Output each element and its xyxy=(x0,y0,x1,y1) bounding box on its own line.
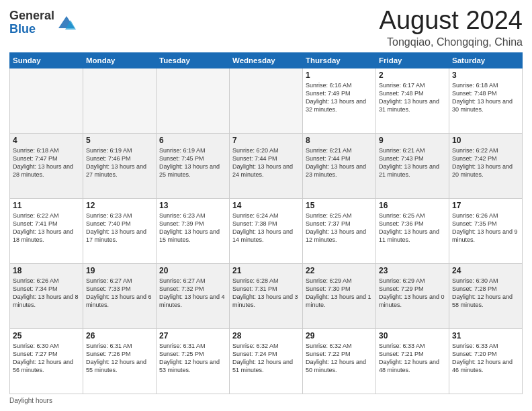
day-number: 7 xyxy=(232,136,300,145)
day-number: 25 xyxy=(13,331,80,340)
day-cell: 29Sunrise: 6:32 AM Sunset: 7:22 PM Dayli… xyxy=(303,328,376,394)
week-row-2: 11Sunrise: 6:22 AM Sunset: 7:41 PM Dayli… xyxy=(10,198,523,263)
day-info: Sunrise: 6:25 AM Sunset: 7:37 PM Dayligh… xyxy=(306,212,373,244)
day-cell: 1Sunrise: 6:16 AM Sunset: 7:49 PM Daylig… xyxy=(303,68,376,133)
day-cell: 28Sunrise: 6:32 AM Sunset: 7:24 PM Dayli… xyxy=(230,328,303,394)
week-row-0: 1Sunrise: 6:16 AM Sunset: 7:49 PM Daylig… xyxy=(10,68,523,133)
day-info: Sunrise: 6:30 AM Sunset: 7:28 PM Dayligh… xyxy=(452,277,519,310)
day-cell: 3Sunrise: 6:18 AM Sunset: 7:48 PM Daylig… xyxy=(449,68,523,133)
day-info: Sunrise: 6:21 AM Sunset: 7:43 PM Dayligh… xyxy=(379,146,446,179)
day-info: Sunrise: 6:26 AM Sunset: 7:34 PM Dayligh… xyxy=(13,277,80,310)
day-info: Sunrise: 6:22 AM Sunset: 7:41 PM Dayligh… xyxy=(13,212,80,244)
day-info: Sunrise: 6:16 AM Sunset: 7:49 PM Dayligh… xyxy=(306,81,373,114)
day-cell xyxy=(83,68,157,133)
day-cell: 16Sunrise: 6:25 AM Sunset: 7:36 PM Dayli… xyxy=(376,198,449,263)
day-cell: 10Sunrise: 6:22 AM Sunset: 7:42 PM Dayli… xyxy=(449,133,523,198)
day-cell: 7Sunrise: 6:20 AM Sunset: 7:44 PM Daylig… xyxy=(230,133,303,198)
location: Tongqiao, Chongqing, China xyxy=(380,36,523,48)
day-cell: 5Sunrise: 6:19 AM Sunset: 7:46 PM Daylig… xyxy=(83,133,157,198)
day-info: Sunrise: 6:26 AM Sunset: 7:35 PM Dayligh… xyxy=(452,212,519,244)
day-cell xyxy=(157,68,230,133)
day-number: 29 xyxy=(306,331,373,340)
page: General Blue August 2024 Tongqiao, Chong… xyxy=(0,0,532,411)
day-cell: 27Sunrise: 6:31 AM Sunset: 7:25 PM Dayli… xyxy=(157,328,230,394)
day-number: 24 xyxy=(452,266,519,275)
day-cell: 20Sunrise: 6:27 AM Sunset: 7:32 PM Dayli… xyxy=(157,263,230,328)
logo-icon xyxy=(57,13,76,32)
day-cell: 14Sunrise: 6:24 AM Sunset: 7:38 PM Dayli… xyxy=(230,198,303,263)
day-info: Sunrise: 6:17 AM Sunset: 7:48 PM Dayligh… xyxy=(379,81,446,114)
col-header-monday: Monday xyxy=(83,52,157,68)
day-cell: 18Sunrise: 6:26 AM Sunset: 7:34 PM Dayli… xyxy=(10,263,83,328)
day-info: Sunrise: 6:31 AM Sunset: 7:25 PM Dayligh… xyxy=(159,342,226,375)
week-row-4: 25Sunrise: 6:30 AM Sunset: 7:27 PM Dayli… xyxy=(10,328,523,394)
day-cell: 6Sunrise: 6:19 AM Sunset: 7:45 PM Daylig… xyxy=(157,133,230,198)
logo: General Blue xyxy=(9,9,76,36)
day-number: 26 xyxy=(86,331,153,340)
day-number: 9 xyxy=(379,136,446,145)
day-cell: 17Sunrise: 6:26 AM Sunset: 7:35 PM Dayli… xyxy=(449,198,523,263)
day-cell: 25Sunrise: 6:30 AM Sunset: 7:27 PM Dayli… xyxy=(10,328,83,394)
day-cell: 24Sunrise: 6:30 AM Sunset: 7:28 PM Dayli… xyxy=(449,263,523,328)
day-info: Sunrise: 6:27 AM Sunset: 7:32 PM Dayligh… xyxy=(159,277,226,310)
day-info: Sunrise: 6:23 AM Sunset: 7:40 PM Dayligh… xyxy=(86,212,153,244)
calendar-table: SundayMondayTuesdayWednesdayThursdayFrid… xyxy=(9,52,523,394)
col-header-tuesday: Tuesday xyxy=(157,52,230,68)
col-header-sunday: Sunday xyxy=(10,52,83,68)
day-number: 18 xyxy=(13,266,80,275)
day-cell: 2Sunrise: 6:17 AM Sunset: 7:48 PM Daylig… xyxy=(376,68,449,133)
day-number: 16 xyxy=(379,201,446,210)
day-info: Sunrise: 6:25 AM Sunset: 7:36 PM Dayligh… xyxy=(379,212,446,244)
day-cell: 8Sunrise: 6:21 AM Sunset: 7:44 PM Daylig… xyxy=(303,133,376,198)
day-number: 13 xyxy=(159,201,226,210)
day-number: 6 xyxy=(159,136,226,145)
day-number: 21 xyxy=(232,266,300,275)
day-info: Sunrise: 6:28 AM Sunset: 7:31 PM Dayligh… xyxy=(232,277,300,310)
col-header-wednesday: Wednesday xyxy=(230,52,303,68)
day-cell: 12Sunrise: 6:23 AM Sunset: 7:40 PM Dayli… xyxy=(83,198,157,263)
day-info: Sunrise: 6:30 AM Sunset: 7:27 PM Dayligh… xyxy=(13,342,80,375)
day-number: 10 xyxy=(452,136,519,145)
day-info: Sunrise: 6:24 AM Sunset: 7:38 PM Dayligh… xyxy=(232,212,300,244)
logo-blue: Blue xyxy=(9,23,54,36)
day-info: Sunrise: 6:32 AM Sunset: 7:24 PM Dayligh… xyxy=(232,342,300,375)
day-cell: 22Sunrise: 6:29 AM Sunset: 7:30 PM Dayli… xyxy=(303,263,376,328)
day-number: 11 xyxy=(13,201,80,210)
day-number: 3 xyxy=(452,71,519,80)
day-info: Sunrise: 6:32 AM Sunset: 7:22 PM Dayligh… xyxy=(306,342,373,375)
day-number: 20 xyxy=(159,266,226,275)
day-cell: 26Sunrise: 6:31 AM Sunset: 7:26 PM Dayli… xyxy=(83,328,157,394)
day-cell: 9Sunrise: 6:21 AM Sunset: 7:43 PM Daylig… xyxy=(376,133,449,198)
day-cell: 21Sunrise: 6:28 AM Sunset: 7:31 PM Dayli… xyxy=(230,263,303,328)
day-number: 12 xyxy=(86,201,153,210)
day-cell: 30Sunrise: 6:33 AM Sunset: 7:21 PM Dayli… xyxy=(376,328,449,394)
header: General Blue August 2024 Tongqiao, Chong… xyxy=(9,7,523,48)
header-row: SundayMondayTuesdayWednesdayThursdayFrid… xyxy=(10,52,523,68)
day-info: Sunrise: 6:21 AM Sunset: 7:44 PM Dayligh… xyxy=(306,146,373,179)
day-info: Sunrise: 6:18 AM Sunset: 7:47 PM Dayligh… xyxy=(13,146,80,179)
day-cell xyxy=(10,68,83,133)
day-number: 8 xyxy=(306,136,373,145)
col-header-thursday: Thursday xyxy=(303,52,376,68)
day-number: 22 xyxy=(306,266,373,275)
day-cell xyxy=(230,68,303,133)
week-row-3: 18Sunrise: 6:26 AM Sunset: 7:34 PM Dayli… xyxy=(10,263,523,328)
day-number: 14 xyxy=(232,201,300,210)
day-info: Sunrise: 6:31 AM Sunset: 7:26 PM Dayligh… xyxy=(86,342,153,375)
day-info: Sunrise: 6:22 AM Sunset: 7:42 PM Dayligh… xyxy=(452,146,519,179)
day-cell: 11Sunrise: 6:22 AM Sunset: 7:41 PM Dayli… xyxy=(10,198,83,263)
day-cell: 31Sunrise: 6:33 AM Sunset: 7:20 PM Dayli… xyxy=(449,328,523,394)
day-info: Sunrise: 6:23 AM Sunset: 7:39 PM Dayligh… xyxy=(159,212,226,244)
day-cell: 4Sunrise: 6:18 AM Sunset: 7:47 PM Daylig… xyxy=(10,133,83,198)
day-number: 17 xyxy=(452,201,519,210)
footer-note: Daylight hours xyxy=(9,397,523,404)
day-number: 28 xyxy=(232,331,300,340)
day-cell: 15Sunrise: 6:25 AM Sunset: 7:37 PM Dayli… xyxy=(303,198,376,263)
week-row-1: 4Sunrise: 6:18 AM Sunset: 7:47 PM Daylig… xyxy=(10,133,523,198)
day-number: 4 xyxy=(13,136,80,145)
day-number: 5 xyxy=(86,136,153,145)
day-number: 23 xyxy=(379,266,446,275)
day-info: Sunrise: 6:33 AM Sunset: 7:20 PM Dayligh… xyxy=(452,342,519,375)
day-info: Sunrise: 6:27 AM Sunset: 7:33 PM Dayligh… xyxy=(86,277,153,310)
day-cell: 13Sunrise: 6:23 AM Sunset: 7:39 PM Dayli… xyxy=(157,198,230,263)
